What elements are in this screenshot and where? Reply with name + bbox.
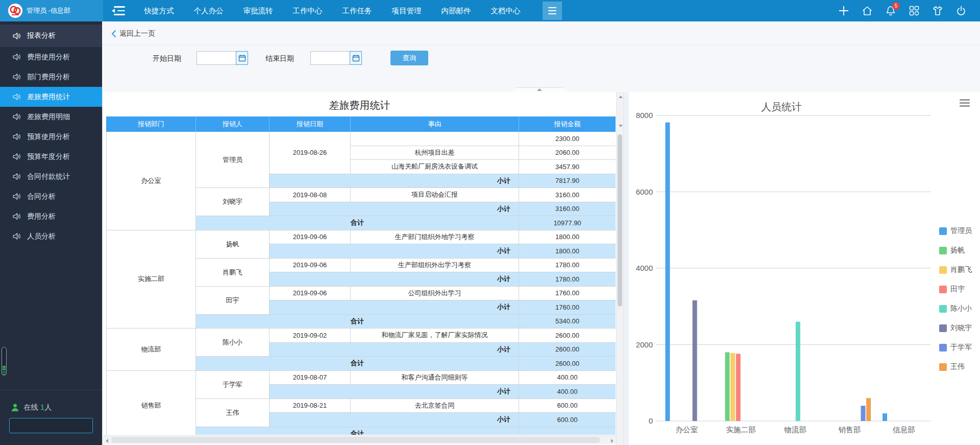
bar-chart: 02000400060008000办公室实施二部物流部销售部信息部: [629, 92, 980, 445]
table-row[interactable]: 物流部陈小小2019-09-02和物流厂家见面，了解厂家实际情况2600.00: [107, 329, 616, 343]
sidebar-item-9[interactable]: 费用分析: [0, 206, 102, 226]
table-cell: 办公室: [107, 132, 196, 230]
sidebar-item-1[interactable]: 费用使用分析: [0, 47, 102, 67]
y-tick-label: 8000: [636, 111, 653, 120]
sidebar-search-input[interactable]: [10, 419, 108, 432]
scroll-right-icon[interactable]: [611, 439, 614, 443]
table-cell: 小计: [270, 300, 519, 315]
more-menus-icon[interactable]: [543, 2, 562, 20]
legend-item-王伟[interactable]: 王伟: [939, 362, 972, 371]
sidebar-item-label: 合同付款统计: [27, 172, 70, 181]
add-icon[interactable]: [838, 5, 849, 16]
table-cell: 小计: [270, 202, 519, 216]
table-cell: 和物流厂家见面，了解厂家实际情况: [351, 329, 519, 343]
bar-管理员[interactable]: [883, 413, 887, 421]
notifications-bell-icon[interactable]: 5: [885, 5, 896, 16]
nav-item-8[interactable]: 文档中心: [481, 0, 530, 21]
nav-item-1[interactable]: 快捷方式: [134, 0, 184, 21]
column-header[interactable]: 报销人: [196, 117, 270, 132]
legend-label: 管理员: [950, 226, 972, 236]
legend-item-管理员[interactable]: 管理员: [939, 226, 972, 236]
speaker-icon: [12, 232, 21, 241]
nav-item-3[interactable]: 审批流转: [233, 0, 283, 21]
x-category-label: 实施二部: [726, 426, 756, 434]
table-cell: 公司组织外出学习: [351, 286, 519, 300]
table-cell: 山海关船厂厨房洗衣设备调试: [351, 160, 519, 174]
bar-刘晓宇[interactable]: [693, 300, 697, 421]
table-cell: 小计: [270, 244, 519, 259]
nav-item-7[interactable]: 内部邮件: [431, 0, 481, 21]
nav-item-4[interactable]: 工作中心: [283, 0, 332, 21]
query-button[interactable]: 查询: [390, 51, 428, 65]
legend-item-于学军[interactable]: 于学军: [939, 343, 972, 352]
vertical-scrollbar[interactable]: [616, 92, 624, 445]
legend-item-刘晓宇[interactable]: 刘晓宇: [939, 323, 972, 333]
sidebar-group-report-analysis[interactable]: 报表分析: [0, 25, 102, 47]
column-header[interactable]: 报销日期: [270, 117, 351, 132]
sidebar-item-6[interactable]: 预算年度分析: [0, 147, 102, 167]
column-header[interactable]: 事由: [351, 117, 519, 132]
sidebar-item-8[interactable]: 合同分析: [0, 186, 102, 206]
table-row[interactable]: 销售部于学军2019-08-07和客户沟通合同细则等400.00: [107, 370, 616, 385]
start-date-label: 开始日期: [153, 54, 181, 63]
back-link[interactable]: 返回上一页: [111, 28, 155, 40]
bar-陈小小[interactable]: [796, 322, 800, 421]
scroll-up-icon[interactable]: [619, 96, 623, 98]
nav-item-6[interactable]: 项目管理: [382, 0, 431, 21]
scroll-left-icon[interactable]: [106, 439, 108, 443]
filter-collapse-handle[interactable]: [511, 87, 568, 92]
scroll-down-icon[interactable]: [619, 125, 623, 127]
sidebar-item-5[interactable]: 预算使用分析: [0, 127, 102, 147]
sidebar-item-2[interactable]: 部门费用分析: [0, 67, 102, 87]
legend-item-田宇[interactable]: 田宇: [939, 285, 972, 294]
sidebar-item-4[interactable]: 差旅费用明细: [0, 107, 102, 127]
end-date-calendar-button[interactable]: [350, 51, 362, 65]
sidebar-item-10[interactable]: 人员分析: [0, 226, 102, 246]
start-date-input[interactable]: [197, 51, 236, 65]
table-cell: 小计: [270, 174, 519, 188]
table-cell: 刘晓宇: [196, 188, 270, 216]
nav-item-5[interactable]: 工作任务: [332, 0, 382, 21]
legend-swatch: [939, 305, 947, 313]
bar-肖鹏飞[interactable]: [730, 353, 735, 421]
table-cell: 生产部门组织外地学习考察: [351, 230, 519, 244]
sidebar-search: [9, 418, 93, 433]
sidebar-item-label: 差旅费用明细: [27, 112, 70, 122]
home-icon[interactable]: [862, 5, 873, 16]
legend-label: 陈小小: [950, 304, 972, 313]
apps-grid-icon[interactable]: [909, 5, 920, 16]
sidebar-item-7[interactable]: 合同付款统计: [0, 167, 102, 186]
v-scroll-thumb[interactable]: [618, 134, 622, 307]
online-unit: 人: [44, 403, 52, 411]
bar-扬帆[interactable]: [725, 352, 730, 421]
column-header[interactable]: 报销部门: [107, 117, 196, 132]
sidebar-item-3[interactable]: 差旅费用统计: [0, 87, 102, 107]
power-logout-icon[interactable]: [955, 5, 967, 16]
legend-item-陈小小[interactable]: 陈小小: [939, 304, 972, 313]
legend-label: 刘晓宇: [950, 323, 972, 333]
sidebar-collapse-icon[interactable]: [112, 6, 125, 16]
bar-田宇[interactable]: [736, 354, 741, 421]
legend-swatch: [939, 363, 947, 371]
table-cell: 3457.90: [519, 160, 616, 174]
table-cell: 1760.00: [519, 286, 616, 300]
bar-管理员[interactable]: [665, 123, 670, 421]
theme-shirt-icon[interactable]: [932, 5, 943, 16]
bar-于学军[interactable]: [861, 406, 866, 421]
legend-item-肖鹏飞[interactable]: 肖鹏飞: [939, 265, 972, 274]
h-scroll-thumb[interactable]: [111, 437, 600, 443]
table-cell: 2019-09-06: [270, 230, 351, 244]
table-row[interactable]: 办公室管理员2019-08-262300.00: [107, 132, 616, 146]
chart-legend: 管理员扬帆肖鹏飞田宇陈小小刘晓宇于学军王伟: [939, 226, 972, 371]
legend-item-扬帆[interactable]: 扬帆: [939, 246, 972, 255]
legend-label: 于学军: [950, 343, 972, 352]
column-header[interactable]: 报销金额: [519, 117, 616, 132]
nav-item-2[interactable]: 个人办公: [184, 0, 233, 21]
horizontal-scrollbar[interactable]: [103, 435, 616, 444]
end-date-input[interactable]: [310, 51, 350, 65]
table-row[interactable]: 实施二部扬帆2019-09-06生产部门组织外地学习考察1800.00: [107, 230, 616, 244]
start-date-calendar-button[interactable]: [236, 51, 248, 65]
table-cell: 2019-08-26: [270, 132, 351, 174]
bar-王伟[interactable]: [866, 398, 871, 421]
speaker-icon: [12, 92, 21, 101]
